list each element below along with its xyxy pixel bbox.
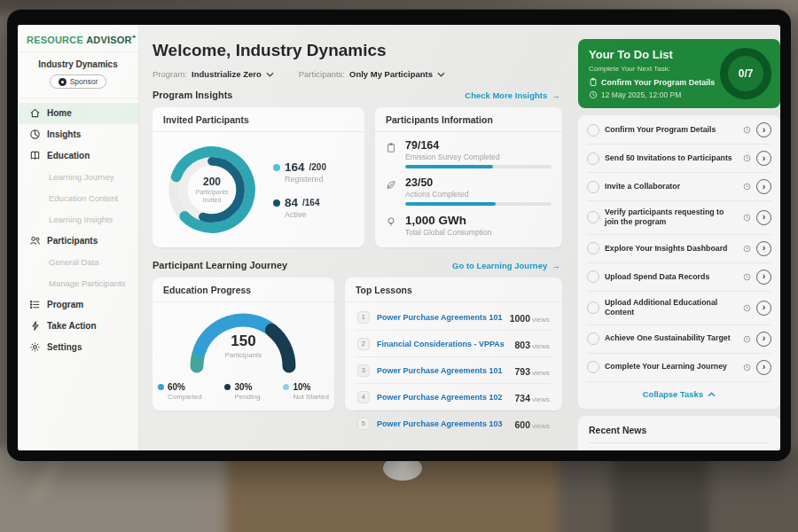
main-content: Welcome, Industry Dynamics Program: Indu…: [139, 25, 575, 450]
task-checkbox[interactable]: [587, 153, 599, 165]
sidebar: RESOURCE ADVISOR+ Industry Dynamics Spon…: [18, 25, 139, 450]
participants-information-card: Participants Information 79/164 Emission…: [375, 107, 562, 247]
todo-subtitle: Complete Your Next Task:: [589, 65, 715, 73]
donut-center-label: 200 ParticipantsInvited: [160, 137, 264, 242]
sidebar-item-learning-journey[interactable]: Learning Journey: [18, 167, 138, 188]
chevron-down-icon: [266, 72, 274, 77]
sidebar-item-label: Insights: [47, 129, 81, 139]
clock-icon: [743, 335, 751, 343]
sponsor-badge[interactable]: Sponsor: [50, 74, 107, 89]
lesson-link[interactable]: Power Purchase Agreements 101: [377, 366, 508, 375]
lesson-link[interactable]: Financial Considerations - VPPAs: [377, 340, 508, 348]
todo-next-task: Confirm Your Program Details: [589, 77, 715, 87]
task-checkbox[interactable]: [587, 181, 599, 193]
stat-actions-completed: 23/50 Actions Completed: [386, 176, 552, 206]
collapse-tasks-link[interactable]: Collapse Tasks: [587, 382, 771, 407]
legend-dot: [283, 384, 289, 390]
participants-dropdown[interactable]: Participants: Only My Participants: [299, 69, 445, 79]
sidebar-item-label: Learning Journey: [49, 172, 113, 182]
lesson-rank: 3: [357, 364, 370, 377]
sidebar-item-general-data[interactable]: General Data: [18, 252, 138, 273]
card-title: Invited Participants: [153, 107, 364, 132]
clock-icon: [743, 273, 751, 281]
gauge-legend: 60% Completed 30% Pending 10% Not Starte…: [153, 377, 334, 401]
insights-icon: [29, 129, 41, 140]
donut-legend: 164/200 Registered 84/164 Active: [273, 160, 326, 219]
sidebar-item-participants[interactable]: Participants: [18, 231, 138, 252]
chevron-down-icon: [437, 72, 445, 77]
insights-cards-row: Invited Participants 200: [153, 107, 562, 247]
lesson-link[interactable]: Power Purchase Agreements 102: [377, 393, 508, 402]
task-open-button[interactable]: ›: [756, 179, 771, 194]
sidebar-item-program[interactable]: Program: [18, 294, 138, 316]
chevron-up-icon: [708, 392, 716, 397]
task-checkbox[interactable]: [587, 301, 599, 314]
participants-value: Only My Participants: [349, 69, 433, 79]
task-open-button[interactable]: ›: [756, 122, 771, 137]
lesson-rank: 1: [357, 311, 370, 324]
go-to-learning-journey-link[interactable]: Go to Learning Journey →: [452, 261, 560, 270]
program-dropdown[interactable]: Program: Industrialize Zero: [153, 69, 274, 79]
participants-icon: [29, 235, 41, 246]
top-lessons-card: Top Lessons 1 Power Purchase Agreements …: [345, 278, 562, 411]
arrow-right-icon: →: [552, 90, 561, 100]
task-row: Achieve One Sustainability Target ›: [587, 325, 771, 354]
take-action-icon: [29, 320, 41, 332]
program-insights-title: Program Insights: [153, 90, 232, 100]
stat-global-consumption: 1,000 GWh Total Global Consumption: [386, 214, 552, 240]
consumption-icon: [386, 216, 396, 228]
lesson-link[interactable]: Power Purchase Agreements 101: [377, 313, 503, 322]
sidebar-item-education-content[interactable]: Education Content: [18, 188, 138, 209]
sidebar-item-take-action[interactable]: Take Action: [18, 316, 138, 337]
brand-logo[interactable]: RESOURCE ADVISOR+: [18, 25, 138, 52]
sidebar-item-manage-participants[interactable]: Manage Participants: [18, 273, 138, 294]
card-title: Top Lessons: [345, 278, 562, 302]
task-row: Explore Your Insights Dashboard ›: [587, 235, 771, 263]
sidebar-item-insights[interactable]: Insights: [18, 124, 138, 145]
clipboard-icon: [589, 77, 598, 87]
task-open-button[interactable]: ›: [756, 360, 771, 375]
task-open-button[interactable]: ›: [756, 210, 771, 225]
lesson-rank: 4: [357, 391, 370, 403]
task-checkbox[interactable]: [587, 361, 599, 373]
card-title: Participants Information: [375, 107, 562, 132]
brand-plus: +: [132, 33, 137, 41]
sidebar-item-label: Program: [47, 300, 83, 309]
program-value: Industrialize Zero: [192, 69, 262, 79]
gear-icon: [29, 341, 41, 353]
clock-icon: [743, 214, 751, 222]
education-icon: [29, 150, 41, 161]
photo-scene: RESOURCE ADVISOR+ Industry Dynamics Spon…: [0, 0, 798, 532]
card-title: Education Progress: [153, 278, 334, 302]
task-open-button[interactable]: ›: [756, 301, 771, 316]
arrow-right-icon: →: [552, 261, 561, 270]
legend-pending: 30% Pending: [224, 382, 260, 401]
sidebar-item-label: Participants: [47, 236, 98, 246]
sidebar-item-learning-insights[interactable]: Learning Insights: [18, 209, 138, 231]
task-checkbox[interactable]: [587, 211, 599, 223]
task-open-button[interactable]: ›: [756, 241, 771, 256]
sidebar-item-home[interactable]: Home: [18, 103, 138, 124]
legend-active: 84/164 Active: [273, 196, 326, 219]
task-open-button[interactable]: ›: [756, 332, 771, 347]
actions-icon: [386, 179, 396, 191]
legend-dot: [273, 200, 280, 207]
lesson-row: 2 Financial Considerations - VPPAs 803vi…: [356, 331, 552, 357]
task-open-button[interactable]: ›: [756, 270, 771, 285]
task-checkbox[interactable]: [587, 124, 599, 137]
check-more-insights-link[interactable]: Check More Insights →: [465, 90, 560, 100]
todo-panel: Your To Do List Complete Your Next Task:…: [575, 25, 780, 450]
task-row: Complete Your Learning Journey ›: [587, 354, 771, 382]
clock-icon: [743, 154, 751, 162]
task-checkbox[interactable]: [587, 270, 599, 283]
sidebar-nav: Home Insights Education Learning Journey…: [18, 98, 138, 358]
sidebar-item-settings[interactable]: Settings: [18, 337, 138, 358]
task-checkbox[interactable]: [587, 242, 599, 254]
task-open-button[interactable]: ›: [756, 151, 771, 166]
lesson-link[interactable]: Power Purchase Agreements 103: [377, 419, 508, 428]
task-checkbox[interactable]: [587, 332, 599, 345]
sidebar-item-education[interactable]: Education: [18, 145, 138, 167]
learning-journey-header: Participant Learning Journey Go to Learn…: [153, 260, 560, 270]
brand-secondary: ADVISOR: [86, 35, 132, 45]
lesson-rank: 5: [357, 418, 370, 430]
